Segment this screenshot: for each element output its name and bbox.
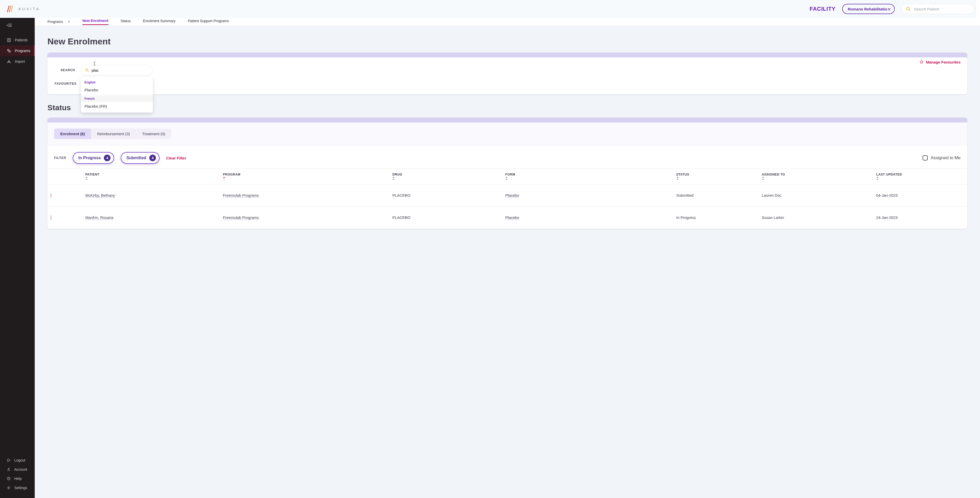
- th-program[interactable]: PROGRAM: [220, 169, 389, 184]
- svg-point-2: [8, 39, 10, 40]
- tab-treatment[interactable]: Treatment (0): [136, 129, 171, 139]
- th-label: STATUS: [676, 173, 689, 176]
- tab-enrolment[interactable]: Enrolment (8): [54, 129, 91, 139]
- svg-point-0: [907, 7, 910, 10]
- brand-block: AUXITA: [6, 5, 40, 13]
- programs-icon: [6, 48, 11, 53]
- page-title: New Enrolment: [48, 37, 967, 46]
- svg-point-4: [9, 51, 11, 52]
- checkbox-icon[interactable]: [923, 155, 928, 161]
- filter-chip-in-progress[interactable]: In Progress 4: [73, 152, 114, 164]
- sidebar-item-import[interactable]: Import: [0, 56, 35, 67]
- sidebar-item-label: Settings: [14, 486, 27, 490]
- kebab-icon[interactable]: [51, 189, 79, 202]
- tab-patient-support-programs[interactable]: Patient Support Programs: [188, 19, 229, 24]
- scrollbar[interactable]: [976, 0, 980, 18]
- search-dropdown: English Placebo French Placebo (FR): [81, 77, 153, 113]
- program-link[interactable]: Freemulab Programs: [223, 193, 259, 197]
- sidebar-item-label: Account: [14, 468, 27, 471]
- tab-new-enrolment[interactable]: New Enrolment: [83, 19, 108, 25]
- cell-drug: PLACEBO: [389, 207, 502, 229]
- th-updated[interactable]: LAST UPDATED: [873, 169, 967, 184]
- form-link[interactable]: Placebo: [505, 215, 519, 220]
- sidebar-item-patients[interactable]: Patients: [0, 35, 35, 45]
- filter-chip-submitted[interactable]: Submitted 4: [121, 152, 159, 164]
- manage-favourites-label: Manage Favourites: [926, 60, 961, 64]
- th-assigned[interactable]: ASSIGNED TO: [759, 169, 873, 184]
- status-tabs-strip: Enrolment (8) Reimbursement (3) Treatmen…: [48, 123, 967, 145]
- tab-status[interactable]: Status: [121, 19, 131, 24]
- facility-select-value: Romano Rehabilitatio…: [848, 7, 891, 11]
- dropdown-item-placebo-fr[interactable]: Placebo (FR): [81, 102, 153, 110]
- sort-icon: [762, 177, 870, 180]
- patient-icon: [6, 38, 11, 42]
- svg-point-3: [7, 49, 9, 51]
- manage-favourites-link[interactable]: Manage Favourites: [919, 60, 961, 64]
- svg-point-15: [51, 219, 51, 220]
- top-right: FACILITY Romano Rehabilitatio…: [810, 4, 974, 14]
- breadcrumb-root[interactable]: Programs: [48, 20, 63, 24]
- filter-label: FILTER: [54, 156, 66, 160]
- brand-logo-icon: [6, 5, 15, 13]
- chip-label: In Progress: [78, 156, 101, 160]
- patient-link[interactable]: Manfrin, Rosaria: [85, 215, 113, 220]
- sidebar-item-label: Patients: [15, 38, 28, 42]
- sort-icon: [223, 177, 386, 180]
- patient-search[interactable]: [901, 4, 974, 14]
- favourites-label: FAVOURITES: [55, 82, 75, 86]
- patient-search-input[interactable]: [914, 7, 969, 11]
- search-label: SEARCH: [55, 68, 75, 72]
- program-link[interactable]: Freemulab Programs: [223, 215, 259, 220]
- status-tabs: Enrolment (8) Reimbursement (3) Treatmen…: [54, 129, 171, 139]
- logout-icon: [6, 458, 11, 462]
- th-patient[interactable]: PATIENT: [82, 169, 220, 184]
- brand-text: AUXITA: [18, 7, 40, 11]
- tab-enrolment-summary[interactable]: Enrolment Summary: [143, 19, 176, 24]
- assigned-to-me-toggle[interactable]: Assigned to Me: [923, 155, 961, 161]
- svg-point-5: [8, 468, 10, 469]
- th-form[interactable]: FORM: [502, 169, 673, 184]
- dropdown-group-english: English: [81, 79, 153, 86]
- sidebar-item-programs[interactable]: Programs: [0, 45, 35, 56]
- sort-icon: [505, 177, 670, 180]
- chevron-right-icon: [68, 21, 70, 23]
- help-icon: [6, 477, 11, 480]
- clear-filter-link[interactable]: Clear Filter: [166, 156, 186, 160]
- sidebar-item-account[interactable]: Account: [0, 465, 35, 474]
- facility-label: FACILITY: [810, 6, 835, 12]
- th-label: PROGRAM: [223, 173, 240, 176]
- program-search-input[interactable]: [92, 68, 148, 72]
- svg-point-12: [51, 196, 51, 197]
- th-label: PATIENT: [85, 173, 99, 176]
- program-search[interactable]: 𝙸 English Placebo French Placebo (FR): [81, 65, 153, 75]
- collapse-sidebar-icon[interactable]: [0, 18, 35, 35]
- facility-select[interactable]: Romano Rehabilitatio…: [842, 4, 895, 14]
- svg-point-10: [51, 193, 51, 194]
- sidebar-item-label: Logout: [14, 458, 25, 462]
- table-row: McKirby, Bethany Freemulab Programs PLAC…: [48, 184, 967, 207]
- patient-link[interactable]: McKirby, Bethany: [85, 193, 115, 197]
- th-label: FORM: [505, 173, 515, 176]
- subnav: Programs New Enrolment Status Enrolment …: [35, 18, 980, 26]
- status-table: PATIENT PROGRAM: [48, 169, 967, 229]
- sidebar-item-logout[interactable]: Logout: [0, 456, 35, 465]
- svg-point-14: [51, 217, 51, 218]
- star-outline-icon: [919, 60, 924, 64]
- form-link[interactable]: Placebo: [505, 193, 519, 197]
- card-accent: [48, 53, 967, 57]
- sidebar-item-settings[interactable]: Settings: [0, 483, 35, 492]
- th-status[interactable]: STATUS: [673, 169, 759, 184]
- th-drug[interactable]: DRUG: [389, 169, 502, 184]
- account-icon: [6, 468, 11, 471]
- svg-point-13: [51, 216, 51, 216]
- dropdown-item-placebo[interactable]: Placebo: [81, 86, 153, 94]
- kebab-icon[interactable]: [51, 211, 79, 224]
- svg-point-11: [51, 195, 51, 196]
- cell-status: In Progress: [673, 207, 759, 229]
- cell-updated: 24-Jan-2023: [873, 207, 967, 229]
- th-label: LAST UPDATED: [876, 173, 902, 176]
- sidebar-item-help[interactable]: Help: [0, 474, 35, 483]
- sidebar-item-label: Help: [14, 477, 22, 480]
- tab-reimbursement[interactable]: Reimbursement (3): [91, 129, 136, 139]
- settings-icon: [6, 486, 11, 490]
